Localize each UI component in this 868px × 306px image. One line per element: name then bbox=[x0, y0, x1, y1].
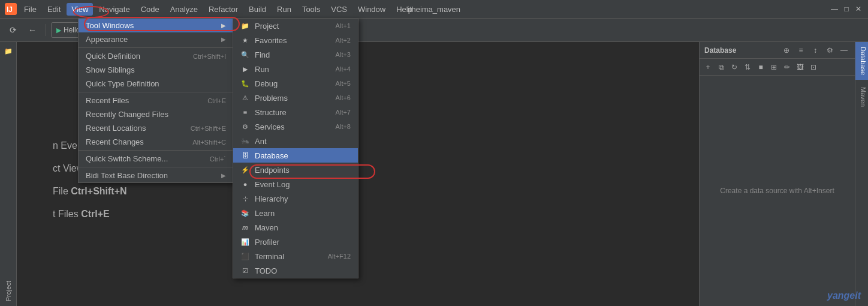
view-menu-tool-windows[interactable]: Tool Windows ▶ bbox=[79, 19, 233, 32]
services-icon: ⚙ bbox=[240, 122, 250, 131]
db-table-icon[interactable]: ⊞ bbox=[768, 61, 780, 73]
database-panel-header: Database ⊕ ≡ ↕ ⚙ — bbox=[700, 42, 855, 59]
maximize-button[interactable]: □ bbox=[842, 4, 851, 14]
database-panel-title: Database bbox=[704, 46, 778, 55]
view-menu-recent-files[interactable]: Recent Files Ctrl+E bbox=[79, 94, 233, 107]
project-sidebar-icon[interactable]: 📁 bbox=[2, 44, 15, 58]
back-button[interactable]: ← bbox=[24, 22, 41, 38]
hierarchy-icon: ⊹ bbox=[240, 194, 250, 203]
tw-hierarchy[interactable]: ⊹ Hierarchy bbox=[233, 191, 358, 206]
panel-layout-icon[interactable]: ≡ bbox=[795, 44, 807, 56]
panel-settings-icon[interactable]: ⚙ bbox=[824, 44, 836, 56]
tw-maven[interactable]: m Maven bbox=[233, 220, 358, 235]
menu-refactor[interactable]: Refactor bbox=[204, 3, 243, 16]
tw-services[interactable]: ⚙ Services Alt+8 bbox=[233, 119, 358, 134]
tw-event-log[interactable]: ● Event Log bbox=[233, 177, 358, 191]
tw-structure[interactable]: ≡ Structure Alt+7 bbox=[233, 105, 358, 119]
tw-endpoints[interactable]: ⚡ Endpoints bbox=[233, 163, 358, 177]
view-menu-show-siblings[interactable]: Show Siblings bbox=[79, 63, 233, 77]
event-log-icon: ● bbox=[240, 179, 250, 189]
menu-vcs[interactable]: VCS bbox=[326, 3, 352, 16]
app-logo: IJ bbox=[5, 3, 17, 15]
brand-tag: yangeit bbox=[827, 290, 861, 301]
db-image-icon[interactable]: 🖼 bbox=[794, 61, 806, 73]
view-menu-quick-type-def[interactable]: Quick Type Definition bbox=[79, 77, 233, 91]
maven-tab-vertical[interactable]: Maven bbox=[855, 82, 869, 112]
tw-profiler[interactable]: 📊 Profiler bbox=[233, 235, 358, 249]
view-menu-recently-changed[interactable]: Recently Changed Files bbox=[79, 107, 233, 121]
menu-file[interactable]: File bbox=[19, 3, 41, 16]
problems-icon: ⚠ bbox=[240, 93, 250, 103]
tw-todo[interactable]: ☑ TODO bbox=[233, 263, 358, 278]
tw-problems[interactable]: ⚠ Problems Alt+6 bbox=[233, 91, 358, 105]
profiler-icon: 📊 bbox=[240, 237, 250, 247]
database-hint: Create a data source with Alt+Insert bbox=[708, 175, 846, 207]
menu-navigate[interactable]: Navigate bbox=[94, 3, 134, 16]
panel-sort-icon[interactable]: ↕ bbox=[809, 44, 821, 56]
db-add-icon[interactable]: + bbox=[702, 61, 714, 73]
view-menu-recent-locations[interactable]: Recent Locations Ctrl+Shift+E bbox=[79, 121, 233, 135]
db-stop-icon[interactable]: ■ bbox=[755, 61, 767, 73]
appearance-arrow: ▶ bbox=[221, 36, 226, 43]
menu-analyze[interactable]: Analyze bbox=[165, 3, 203, 16]
tw-find[interactable]: 🔍 Find Alt+3 bbox=[233, 47, 358, 62]
db-sync-icon[interactable]: ⇅ bbox=[742, 61, 754, 73]
db-copy-icon[interactable]: ⧉ bbox=[715, 61, 727, 73]
new-file-hint: File Ctrl+Shift+N bbox=[53, 186, 127, 197]
database-icon: 🗄 bbox=[240, 151, 250, 160]
db-filter-icon[interactable]: ⊡ bbox=[807, 61, 819, 73]
menu-view[interactable]: View bbox=[67, 3, 93, 16]
close-button[interactable]: ✕ bbox=[854, 4, 863, 14]
ant-icon: 🐜 bbox=[240, 136, 250, 146]
view-menu-quick-switch[interactable]: Quick Switch Scheme... Ctrl+` bbox=[79, 152, 233, 166]
menu-tools[interactable]: Tools bbox=[297, 3, 325, 16]
find-icon: 🔍 bbox=[240, 50, 250, 59]
view-menu-appearance[interactable]: Appearance ▶ bbox=[79, 32, 233, 46]
window-title: itheima_maven bbox=[408, 5, 460, 14]
tw-project[interactable]: 📁 Project Alt+1 bbox=[233, 19, 358, 33]
favorites-icon: ★ bbox=[240, 35, 250, 45]
appearance-label: Appearance bbox=[86, 35, 128, 44]
recent-files-hint: t Files Ctrl+E bbox=[53, 209, 110, 220]
maven-icon: m bbox=[240, 223, 250, 232]
tool-windows-arrow: ▶ bbox=[221, 22, 226, 29]
structure-icon: ≡ bbox=[240, 107, 250, 117]
panel-add-source-icon[interactable]: ⊕ bbox=[780, 44, 792, 56]
tw-ant[interactable]: 🐜 Ant bbox=[233, 134, 358, 148]
tw-terminal[interactable]: ⬛ Terminal Alt+F12 bbox=[233, 249, 358, 263]
svg-text:IJ: IJ bbox=[7, 5, 13, 14]
db-edit-icon[interactable]: ✏ bbox=[781, 61, 793, 73]
title-bar: IJ File Edit View Navigate Code Analyze … bbox=[0, 0, 868, 18]
run-icon: ▶ bbox=[240, 64, 250, 74]
project-tab-vertical[interactable]: Project bbox=[2, 276, 14, 306]
db-refresh-icon[interactable]: ↻ bbox=[728, 61, 740, 73]
menu-run[interactable]: Run bbox=[272, 3, 296, 16]
panel-minimize-icon[interactable]: — bbox=[838, 44, 850, 56]
view-menu-bidi[interactable]: Bidi Text Base Direction ▶ bbox=[79, 169, 233, 182]
debug-icon: 🐛 bbox=[240, 79, 250, 88]
right-sidebar: Database Maven bbox=[855, 42, 868, 306]
menu-build[interactable]: Build bbox=[244, 3, 271, 16]
menu-window[interactable]: Window bbox=[353, 3, 390, 16]
menu-code[interactable]: Code bbox=[136, 3, 164, 16]
window-controls: — □ ✕ bbox=[830, 4, 863, 14]
tool-windows-label: Tool Windows bbox=[86, 21, 134, 30]
todo-icon: ☑ bbox=[240, 266, 250, 275]
tw-database[interactable]: 🗄 Database bbox=[233, 148, 358, 163]
vcs-update-button[interactable]: ⟳ bbox=[5, 22, 22, 38]
database-tab-vertical[interactable]: Database bbox=[855, 42, 869, 80]
view-menu-dropdown: Tool Windows ▶ Appearance ▶ Quick Defini… bbox=[78, 18, 234, 183]
view-menu-recent-changes[interactable]: Recent Changes Alt+Shift+C bbox=[79, 135, 233, 149]
tw-debug[interactable]: 🐛 Debug Alt+5 bbox=[233, 76, 358, 91]
tw-learn[interactable]: 📚 Learn bbox=[233, 206, 358, 220]
sep2 bbox=[79, 92, 233, 92]
terminal-icon: ⬛ bbox=[240, 251, 250, 261]
left-sidebar: 📁 Project bbox=[0, 42, 17, 306]
learn-icon: 📚 bbox=[240, 208, 250, 218]
project-icon: 📁 bbox=[240, 21, 250, 31]
view-menu-quick-def[interactable]: Quick Definition Ctrl+Shift+I bbox=[79, 49, 233, 63]
minimize-button[interactable]: — bbox=[830, 4, 839, 14]
tw-favorites[interactable]: ★ Favorites Alt+2 bbox=[233, 33, 358, 47]
tw-run[interactable]: ▶ Run Alt+4 bbox=[233, 62, 358, 76]
menu-edit[interactable]: Edit bbox=[43, 3, 65, 16]
